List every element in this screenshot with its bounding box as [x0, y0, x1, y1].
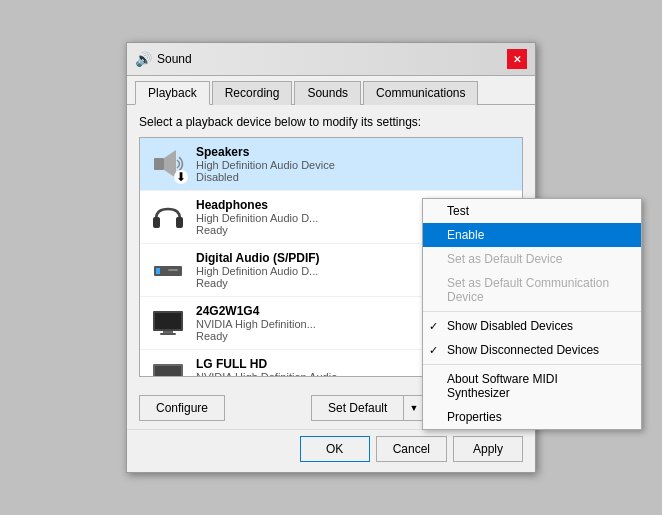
show-disconnected-check: ✓	[429, 344, 438, 357]
test-label: Test	[447, 204, 469, 218]
svg-rect-7	[168, 269, 178, 271]
speakers-status: Disabled	[196, 171, 514, 183]
apply-button[interactable]: Apply	[453, 436, 523, 462]
context-properties[interactable]: Properties	[423, 405, 641, 429]
sound-dialog: 🔊 Sound ✕ Playback Recording Sounds Comm…	[126, 42, 536, 473]
about-midi-label: About Software MIDI Synthesizer	[447, 372, 617, 400]
dialog-title: Sound	[157, 52, 192, 66]
ok-button[interactable]: OK	[300, 436, 370, 462]
context-separator-2	[423, 364, 641, 365]
set-default-label: Set as Default Device	[447, 252, 562, 266]
show-disabled-label: Show Disabled Devices	[447, 319, 573, 333]
context-separator-1	[423, 311, 641, 312]
svg-rect-10	[163, 331, 173, 333]
tab-recording[interactable]: Recording	[212, 81, 293, 105]
cancel-button[interactable]: Cancel	[376, 436, 447, 462]
monitor2-icon: ⬇	[148, 356, 188, 377]
context-menu: Test Enable Set as Default Device Set as…	[422, 198, 642, 430]
context-enable[interactable]: Enable	[423, 223, 641, 247]
svg-rect-0	[154, 158, 164, 170]
headphones-icon	[148, 197, 188, 237]
context-set-default-comm[interactable]: Set as Default Communication Device	[423, 271, 641, 309]
digital-icon	[148, 250, 188, 290]
svg-rect-11	[160, 333, 176, 335]
set-default-comm-label: Set as Default Communication Device	[447, 276, 617, 304]
configure-button[interactable]: Configure	[139, 395, 225, 421]
set-default-button[interactable]: Set Default	[311, 395, 403, 421]
enable-label: Enable	[447, 228, 484, 242]
speakers-driver: High Definition Audio Device	[196, 159, 514, 171]
svg-rect-3	[176, 217, 183, 228]
tab-playback[interactable]: Playback	[135, 81, 210, 105]
context-test[interactable]: Test	[423, 199, 641, 223]
tab-communications[interactable]: Communications	[363, 81, 478, 105]
show-disconnected-label: Show Disconnected Devices	[447, 343, 599, 357]
tab-sounds[interactable]: Sounds	[294, 81, 361, 105]
svg-rect-2	[153, 217, 160, 228]
svg-rect-5	[156, 268, 160, 274]
title-bar: 🔊 Sound ✕	[127, 43, 535, 76]
svg-rect-9	[155, 313, 181, 329]
tab-bar: Playback Recording Sounds Communications	[127, 76, 535, 105]
speakers-name: Speakers	[196, 145, 514, 159]
context-show-disabled[interactable]: ✓ Show Disabled Devices	[423, 314, 641, 338]
context-show-disconnected[interactable]: ✓ Show Disconnected Devices	[423, 338, 641, 362]
sound-icon: 🔊	[135, 51, 151, 67]
svg-rect-6	[162, 268, 166, 274]
speaker-icon: ⬇	[148, 144, 188, 184]
speakers-info: Speakers High Definition Audio Device Di…	[196, 145, 514, 183]
device-item-speakers[interactable]: ⬇ Speakers High Definition Audio Device …	[140, 138, 522, 191]
context-about-midi[interactable]: About Software MIDI Synthesizer	[423, 367, 641, 405]
monitor1-icon	[148, 303, 188, 343]
show-disabled-check: ✓	[429, 320, 438, 333]
svg-rect-13	[155, 366, 181, 377]
disabled-badge-speakers: ⬇	[174, 170, 188, 184]
title-bar-left: 🔊 Sound	[135, 51, 192, 67]
footer: OK Cancel Apply	[127, 429, 535, 472]
properties-label: Properties	[447, 410, 502, 424]
close-button[interactable]: ✕	[507, 49, 527, 69]
subtitle-text: Select a playback device below to modify…	[139, 115, 523, 129]
context-set-default[interactable]: Set as Default Device	[423, 247, 641, 271]
